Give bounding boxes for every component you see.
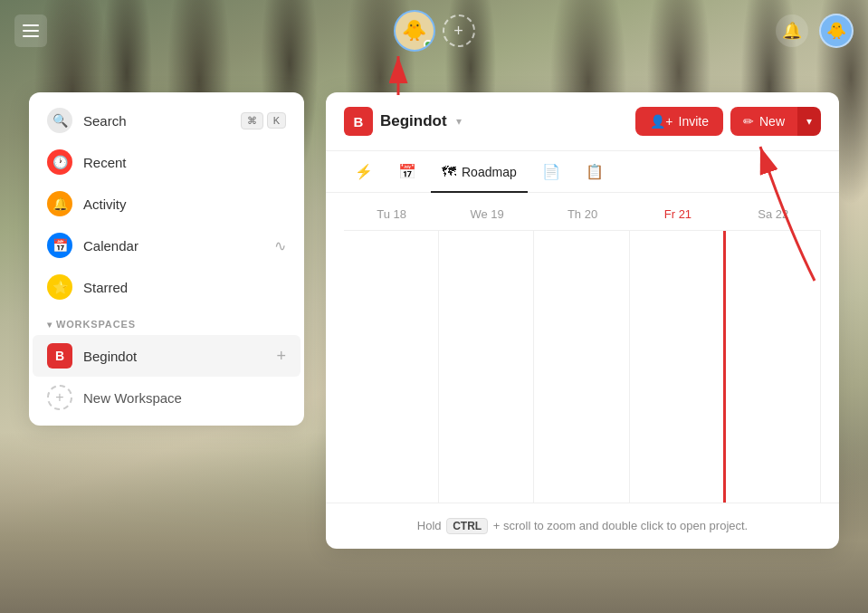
timeline-grid (344, 230, 821, 503)
workspace-label-begindot: Begindot (83, 349, 276, 364)
rss-icon: ∿ (274, 237, 286, 254)
roadmap-content: Tu 18 We 19 Th 20 Fr 21 Sa 22 Hold CTRL … (326, 193, 839, 549)
avatar[interactable]: 🐥 (394, 10, 435, 52)
main-panel: B Begindot ▾ 👤+ Invite ✏ New ▾ ⚡ (326, 92, 839, 549)
new-workspace-icon: + (47, 385, 72, 410)
new-button-dropdown[interactable]: ▾ (797, 107, 821, 136)
sidebar-item-search[interactable]: 🔍 Search ⌘ K (33, 100, 300, 141)
new-workspace-label: New Workspace (83, 390, 182, 406)
user-avatar-emoji: 🐥 (826, 21, 846, 41)
topbar: 🐥 + 🔔 🐥 (0, 0, 868, 62)
menu-button[interactable] (14, 14, 47, 47)
activity-icon: 🔔 (47, 191, 72, 216)
sidebar-item-recent[interactable]: 🕐 Recent (33, 141, 300, 183)
bell-icon: 🔔 (782, 21, 802, 41)
recent-icon: 🕐 (47, 149, 72, 175)
invite-button[interactable]: 👤+ Invite (635, 107, 723, 136)
timeline-col-th20 (534, 231, 629, 503)
roadmap-tab-icon: 🗺 (442, 164, 456, 180)
search-icon: 🔍 (47, 108, 72, 133)
workspace-item-begindot[interactable]: B Begindot + (33, 335, 300, 377)
new-workspace-item[interactable]: + New Workspace (33, 377, 300, 418)
tab-activity[interactable]: ⚡ (344, 152, 384, 193)
workspace-add-icon[interactable]: + (276, 347, 286, 366)
workspaces-header: ▾ WORKSPACES (29, 308, 304, 335)
roadmap-tab-label: Roadmap (462, 165, 517, 179)
online-status-dot (424, 40, 433, 49)
timeline-day-sa22: Sa 22 (726, 207, 821, 230)
sidebar-item-starred[interactable]: ⭐ Starred (33, 266, 300, 308)
topbar-center: 🐥 + (394, 10, 475, 52)
tab-docs[interactable]: 📄 (531, 152, 571, 193)
project-name: Begindot (380, 112, 447, 130)
activity-tab-icon: ⚡ (355, 163, 373, 180)
tab-table[interactable]: 📋 (575, 152, 615, 193)
project-chevron-icon[interactable]: ▾ (456, 115, 462, 128)
roadmap-hint: Hold CTRL + scroll to zoom and double cl… (326, 503, 839, 549)
add-members-button[interactable]: + (443, 14, 475, 47)
tab-calendar[interactable]: 📅 (387, 152, 427, 193)
new-edit-icon: ✏ (743, 114, 754, 129)
new-button-group: ✏ New ▾ (730, 107, 821, 136)
sidebar-label-calendar: Calendar (83, 238, 274, 254)
hamburger-line (23, 24, 39, 26)
new-label: New (759, 114, 785, 129)
main-header-left: B Begindot ▾ (344, 107, 462, 136)
topbar-left (14, 14, 47, 47)
hint-text2: + scroll to zoom and double click to ope… (493, 519, 748, 532)
plus-icon: + (453, 22, 463, 41)
workspace-icon-begindot: B (47, 343, 72, 369)
docs-tab-icon: 📄 (542, 163, 560, 180)
notification-button[interactable]: 🔔 (776, 14, 808, 47)
starred-icon: ⭐ (47, 274, 72, 300)
sidebar-label-starred: Starred (83, 280, 286, 295)
timeline-header: Tu 18 We 19 Th 20 Fr 21 Sa 22 (326, 193, 839, 230)
timeline-day-we19: We 19 (439, 207, 534, 230)
sidebar-label-activity: Activity (83, 196, 286, 212)
sidebar: 🔍 Search ⌘ K 🕐 Recent 🔔 Activity 📅 Calen… (29, 92, 304, 426)
sidebar-item-activity[interactable]: 🔔 Activity (33, 183, 300, 225)
hamburger-line (23, 30, 39, 32)
timeline-col-tu18 (344, 231, 439, 503)
hamburger-line (23, 35, 39, 37)
today-line (723, 231, 725, 503)
timeline-day-fr21: Fr 21 (630, 207, 725, 230)
main-header: B Begindot ▾ 👤+ Invite ✏ New ▾ (326, 92, 839, 151)
main-tabs: ⚡ 📅 🗺 Roadmap 📄 📋 (326, 151, 839, 193)
sidebar-label-search: Search (83, 113, 241, 129)
invite-label: Invite (679, 114, 709, 129)
workspaces-label: WORKSPACES (56, 319, 136, 330)
timeline-col-sa22 (726, 231, 821, 503)
shortcut-key-cmd: ⌘ (241, 112, 263, 129)
user-avatar[interactable]: 🐥 (819, 14, 854, 48)
chevron-down-icon: ▾ (47, 320, 52, 330)
calendar-icon: 📅 (47, 233, 72, 258)
hint-text: Hold (417, 519, 442, 532)
search-shortcut: ⌘ K (241, 112, 286, 129)
timeline-day-tu18: Tu 18 (344, 207, 439, 230)
sidebar-label-recent: Recent (83, 155, 286, 170)
chevron-down-icon: ▾ (806, 115, 812, 128)
ctrl-badge: CTRL (446, 518, 488, 534)
timeline-col-fr21 (630, 231, 726, 503)
avatar-emoji: 🐥 (402, 19, 426, 43)
topbar-right: 🔔 🐥 (776, 14, 854, 48)
main-header-right: 👤+ Invite ✏ New ▾ (635, 107, 821, 136)
table-tab-icon: 📋 (586, 163, 604, 180)
timeline-day-th20: Th 20 (535, 207, 630, 230)
project-icon: B (344, 107, 373, 136)
timeline-col-we19 (439, 231, 534, 503)
sidebar-item-calendar[interactable]: 📅 Calendar ∿ (33, 225, 300, 266)
tab-roadmap[interactable]: 🗺 Roadmap (431, 153, 528, 193)
new-button[interactable]: ✏ New (730, 107, 797, 136)
invite-person-icon: 👤+ (650, 114, 672, 129)
calendar-tab-icon: 📅 (398, 163, 416, 180)
shortcut-key-k: K (267, 112, 286, 129)
